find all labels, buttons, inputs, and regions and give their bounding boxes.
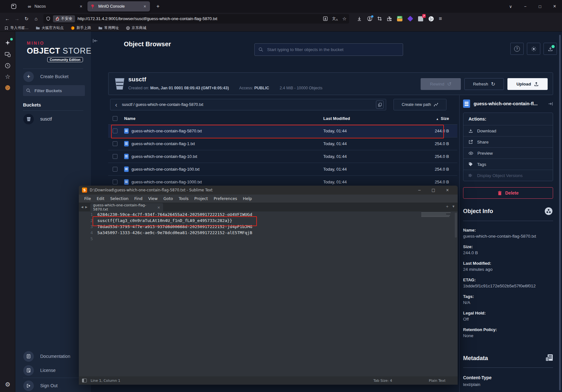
cookie-icon[interactable] [4, 84, 11, 92]
close-panel-icon[interactable] [548, 102, 553, 106]
close-window-button[interactable]: × [440, 188, 454, 192]
rewind-button[interactable]: Rewind ↺ [421, 78, 461, 90]
action-download[interactable]: Download [463, 125, 553, 136]
table-row[interactable]: guess-which-one-contain-flag-10.txt Toda… [108, 150, 457, 163]
url-bar[interactable]: 不安全 http://172.31.4.2:9001/browser/susct… [43, 14, 349, 24]
action-share[interactable]: Share [463, 136, 553, 147]
sidebar-item-documentation[interactable]: Documentation [23, 351, 70, 362]
tab-nacos[interactable]: ∞ Nacos × [24, 1, 86, 11]
create-bucket-button[interactable]: + Create Bucket [23, 71, 69, 82]
license-update-button[interactable] [543, 43, 557, 55]
menu-help[interactable]: Help [240, 196, 255, 201]
downloads-icon[interactable] [357, 16, 362, 21]
bookmark-folder-common[interactable]: 常用网址 [98, 26, 119, 30]
copy-path-button[interactable] [376, 100, 384, 109]
cookie-extension-icon[interactable] [428, 16, 434, 22]
account-icon[interactable] [367, 16, 372, 22]
security-chip[interactable]: 不安全 [53, 15, 75, 22]
maximize-button[interactable]: □ [533, 4, 547, 9]
extension-with-badge-icon[interactable]: 7 [418, 16, 423, 22]
collapse-sidebar-icon[interactable] [93, 39, 98, 43]
url-text[interactable]: http://172.31.4.2:9001/browser/susctf/gu… [78, 16, 320, 21]
proxy-extension-icon[interactable] [407, 16, 413, 22]
pen-extension-icon[interactable]: pen [397, 16, 402, 22]
table-row[interactable]: guess-which-one-contain-flag-1.txt Today… [108, 137, 457, 150]
filter-buckets-input[interactable] [23, 85, 85, 96]
page-scrollbar[interactable] [559, 35, 561, 390]
object-filter-searchbar[interactable] [254, 43, 403, 56]
row-checkbox[interactable] [113, 154, 117, 159]
menu-goto[interactable]: Goto [161, 196, 176, 201]
new-tab-button[interactable]: + [154, 3, 162, 10]
bookmarks-star-icon[interactable]: ☆ [4, 73, 11, 80]
menu-selection[interactable]: Selection [107, 196, 131, 201]
tab-minio-console[interactable]: MinIO Console × [87, 1, 150, 11]
filter-buckets-field[interactable] [34, 88, 75, 93]
overflow-icon[interactable]: ▼ [453, 204, 454, 209]
menu-file[interactable]: File [81, 196, 94, 201]
inspect-icon[interactable] [544, 207, 553, 216]
close-icon[interactable]: × [157, 205, 160, 210]
menu-hamburger-icon[interactable]: ≡ [439, 16, 442, 22]
sidebar-item-bucket-susctf[interactable]: susctf [23, 113, 52, 125]
close-window-button[interactable]: × [547, 4, 562, 9]
select-all-checkbox[interactable] [113, 116, 117, 121]
delete-button[interactable]: Delete [463, 187, 553, 199]
path-back-button[interactable]: ‹ [110, 101, 122, 108]
translate-icon[interactable]: 文A [332, 16, 338, 21]
menu-preferences[interactable]: Preferences [211, 196, 240, 201]
bookmark-getting-started[interactable]: 新手上路 [71, 26, 91, 30]
create-new-path-button[interactable]: Create new path [393, 99, 446, 110]
sublime-titlebar[interactable]: S D:\Download\guess-which-one-contain-fl… [79, 186, 458, 195]
row-checkbox[interactable] [113, 167, 117, 172]
bookmark-folder-firefox[interactable]: 火狐官方站点 [36, 26, 64, 30]
new-tab-icon[interactable]: + [446, 204, 449, 209]
sublime-file-tab[interactable]: guess-which-one-contain-flag-5870.txt × [90, 203, 163, 211]
editor-scrollbar[interactable] [455, 213, 457, 238]
forward-button[interactable]: → [12, 15, 22, 22]
action-tags[interactable]: Tags [463, 159, 553, 170]
sidebar-item-sign-out[interactable]: Sign Out [23, 380, 57, 391]
metadata-icon[interactable] [545, 354, 553, 362]
menu-tools[interactable]: Tools [176, 196, 191, 201]
action-preview[interactable]: Preview [463, 147, 553, 159]
ai-chat-icon[interactable] [4, 39, 11, 47]
save-page-icon[interactable] [323, 16, 328, 21]
list-all-tabs-icon[interactable]: ∨ [503, 4, 518, 9]
help-button[interactable]: ? [510, 43, 524, 55]
object-filter-input[interactable] [266, 47, 399, 52]
minimap[interactable] [421, 212, 453, 218]
menu-edit[interactable]: Edit [94, 196, 107, 201]
syntax-indicator[interactable]: Plain Text [429, 379, 446, 383]
column-last-modified[interactable]: Last Modified [323, 116, 419, 121]
menu-project[interactable]: Project [191, 196, 211, 201]
tab-prev-icon[interactable]: ◀ [80, 205, 84, 209]
back-button[interactable]: ← [3, 15, 12, 22]
minimize-button[interactable]: − [412, 188, 426, 192]
settings-gear-icon[interactable]: ⚙ [4, 381, 11, 388]
sidebar-item-license[interactable]: License [23, 365, 56, 376]
firefox-view-button[interactable] [9, 2, 19, 11]
sidebar-toggle-icon[interactable] [82, 379, 87, 382]
close-icon[interactable]: × [79, 4, 83, 9]
history-clock-icon[interactable] [4, 62, 11, 70]
minimize-button[interactable]: − [518, 4, 533, 9]
close-icon[interactable]: × [143, 4, 147, 9]
upload-button[interactable]: Upload [507, 78, 548, 90]
extensions-puzzle-icon[interactable] [387, 16, 392, 21]
theme-toggle-button[interactable] [527, 43, 540, 55]
synced-tabs-icon[interactable] [4, 51, 11, 58]
reload-button[interactable]: ↻ [22, 15, 31, 23]
bookmark-star-icon[interactable]: ☆ [342, 16, 347, 22]
column-name[interactable]: Name [117, 116, 323, 121]
table-row[interactable]: guess-which-one-contain-flag-100.txt Tod… [108, 163, 457, 176]
refresh-button[interactable]: Refresh ↻ [464, 78, 504, 90]
menu-find[interactable]: Find [131, 196, 146, 201]
screenshot-crop-icon[interactable] [377, 16, 382, 21]
row-checkbox[interactable] [113, 141, 117, 146]
column-size[interactable]: ▲Size [419, 116, 457, 121]
home-button[interactable]: ⌂ [31, 15, 41, 22]
bookmark-import[interactable]: 导入书签… [4, 26, 29, 30]
bookmark-jd[interactable]: 京东商城 [126, 26, 146, 30]
tab-next-icon[interactable]: ▶ [84, 205, 88, 209]
